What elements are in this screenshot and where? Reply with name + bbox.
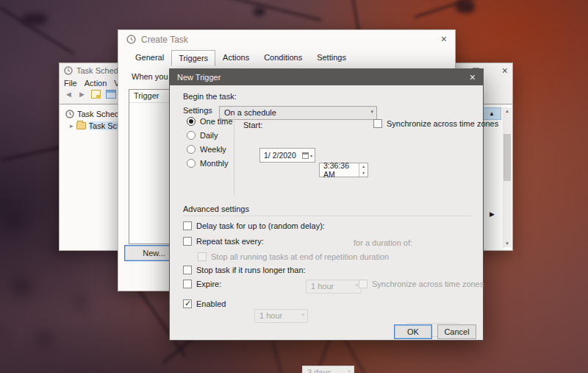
radio-label: One time bbox=[200, 117, 233, 126]
duration-label: for a duration of: bbox=[354, 238, 412, 247]
advanced-settings-label: Advanced settings bbox=[183, 205, 249, 213]
sync-timezones-checkbox-row[interactable]: Synchronize across time zones bbox=[373, 119, 498, 128]
begin-task-dropdown[interactable]: On a schedule bbox=[219, 106, 377, 120]
tab-general[interactable]: General bbox=[128, 50, 171, 65]
stop-task-label: Stop task if it runs longer than: bbox=[196, 266, 306, 274]
scrollbar[interactable] bbox=[503, 107, 512, 247]
triangle-up-icon bbox=[489, 110, 495, 117]
delay-task-label: Delay task for up to (random delay): bbox=[196, 221, 325, 230]
expire-sync-label: Synchronize across time zones bbox=[372, 280, 484, 288]
tab-settings[interactable]: Settings bbox=[309, 50, 354, 65]
expire-checkbox-row[interactable]: Expire: bbox=[183, 280, 221, 288]
close-icon[interactable] bbox=[441, 34, 447, 45]
close-icon[interactable] bbox=[470, 72, 476, 82]
clock-icon bbox=[126, 35, 136, 44]
radio-icon[interactable] bbox=[187, 145, 196, 154]
cancel-button[interactable]: Cancel bbox=[437, 324, 476, 339]
calendar-dropdown[interactable] bbox=[302, 152, 315, 159]
settings-group-label: Settings bbox=[183, 106, 212, 115]
ok-button[interactable]: OK bbox=[394, 324, 432, 339]
checkbox-icon bbox=[359, 280, 368, 288]
forward-icon[interactable] bbox=[78, 90, 86, 99]
time-spinner[interactable] bbox=[359, 163, 368, 177]
repeat-interval-value: 1 hour bbox=[259, 311, 282, 320]
delay-duration-dropdown: 1 hour bbox=[306, 280, 362, 294]
chevron-down-icon bbox=[310, 153, 312, 158]
spin-down-icon[interactable] bbox=[359, 170, 368, 177]
begin-task-value: On a schedule bbox=[224, 108, 276, 117]
clock-icon bbox=[65, 110, 74, 118]
folder-icon bbox=[76, 122, 86, 129]
tab-actions[interactable]: Actions bbox=[215, 50, 257, 65]
plant-silhouette bbox=[22, 13, 47, 25]
radio-weekly[interactable]: Weekly bbox=[187, 145, 226, 154]
checkbox-icon[interactable] bbox=[373, 119, 382, 128]
radio-icon[interactable] bbox=[187, 131, 196, 140]
delay-duration-value: 1 hour bbox=[311, 282, 334, 291]
chevron-down-icon bbox=[370, 109, 373, 115]
stop-all-tasks-checkbox-row: Stop all running tasks at end of repetit… bbox=[198, 252, 389, 261]
radio-label: Weekly bbox=[200, 145, 226, 154]
checkbox-icon[interactable] bbox=[183, 237, 192, 246]
menu-file[interactable]: File bbox=[64, 79, 77, 88]
checkbox-icon[interactable] bbox=[183, 299, 192, 308]
checkbox-icon[interactable] bbox=[183, 266, 192, 274]
tab-triggers[interactable]: Triggers bbox=[171, 50, 215, 66]
plant-silhouette bbox=[0, 6, 75, 54]
plant-silhouette bbox=[456, 0, 475, 13]
stop-task-duration-dropdown: 3 days bbox=[302, 366, 354, 373]
plant-silhouette bbox=[414, 0, 506, 18]
radio-icon[interactable] bbox=[187, 159, 196, 168]
repeat-task-checkbox-row[interactable]: Repeat task every: bbox=[183, 237, 264, 246]
repeat-task-label: Repeat task every: bbox=[196, 237, 264, 246]
back-icon[interactable] bbox=[65, 90, 73, 99]
chevron-right-icon[interactable] bbox=[70, 122, 74, 129]
triangle-right-icon[interactable] bbox=[490, 210, 495, 218]
start-label: Start: bbox=[243, 121, 262, 129]
chevron-down-icon bbox=[301, 312, 304, 318]
new-trigger-titlebar[interactable]: New Trigger bbox=[170, 69, 483, 85]
begin-task-label: Begin the task: bbox=[183, 92, 237, 101]
settings-divider bbox=[234, 115, 234, 196]
show-console-tree-icon[interactable] bbox=[106, 90, 116, 99]
scrollbar-thumb[interactable] bbox=[503, 134, 511, 181]
help-doc-icon[interactable] bbox=[91, 90, 101, 99]
radio-label: Monthly bbox=[200, 159, 229, 168]
start-date-picker[interactable]: 1/ 2/2020 bbox=[259, 148, 315, 163]
stop-task-checkbox-row[interactable]: Stop task if it runs longer than: bbox=[183, 266, 306, 274]
delay-task-checkbox-row[interactable]: Delay task for up to (random delay): bbox=[183, 221, 325, 230]
scroll-down-icon[interactable] bbox=[503, 241, 512, 246]
create-task-titlebar[interactable]: Create Task bbox=[118, 30, 455, 49]
start-time-spinner[interactable]: 3:36:36 AM bbox=[319, 163, 368, 177]
stop-task-duration-value: 3 days bbox=[307, 368, 331, 373]
plant-silhouette bbox=[215, 0, 322, 21]
repeat-interval-dropdown: 1 hour bbox=[254, 309, 308, 323]
spin-up-icon[interactable] bbox=[359, 163, 368, 170]
tab-conditions[interactable]: Conditions bbox=[257, 50, 309, 65]
dialog-title: New Trigger bbox=[177, 73, 220, 82]
chevron-down-icon bbox=[348, 369, 351, 373]
chevron-down-icon bbox=[355, 283, 358, 288]
tab-strip: General Triggers Actions Conditions Sett… bbox=[118, 49, 455, 65]
expire-sync-checkbox-row: Synchronize across time zones bbox=[359, 280, 484, 288]
plant-silhouette bbox=[254, 7, 265, 16]
radio-monthly[interactable]: Monthly bbox=[187, 159, 229, 168]
sync-timezones-label: Synchronize across time zones bbox=[387, 119, 498, 128]
stop-all-tasks-label: Stop all running tasks at end of repetit… bbox=[211, 252, 389, 261]
checkbox-icon[interactable] bbox=[183, 280, 192, 288]
enabled-checkbox-row[interactable]: Enabled bbox=[183, 299, 226, 308]
clock-icon bbox=[64, 66, 73, 75]
window-title: Create Task bbox=[141, 35, 188, 45]
menu-action[interactable]: Action bbox=[85, 79, 107, 88]
collapse-pane-button[interactable] bbox=[482, 107, 501, 120]
radio-one-time[interactable]: One time bbox=[187, 117, 233, 126]
new-trigger-dialog: New Trigger Begin the task: On a schedul… bbox=[169, 68, 484, 341]
radio-daily[interactable]: Daily bbox=[187, 131, 218, 140]
enabled-label: Enabled bbox=[196, 299, 226, 308]
start-date-value: 1/ 2/2020 bbox=[264, 151, 296, 160]
close-icon[interactable] bbox=[502, 65, 508, 76]
checkbox-icon[interactable] bbox=[183, 221, 192, 230]
start-time-value: 3:36:36 AM bbox=[323, 161, 359, 179]
scroll-up-icon[interactable] bbox=[503, 108, 512, 114]
radio-icon[interactable] bbox=[187, 117, 196, 126]
